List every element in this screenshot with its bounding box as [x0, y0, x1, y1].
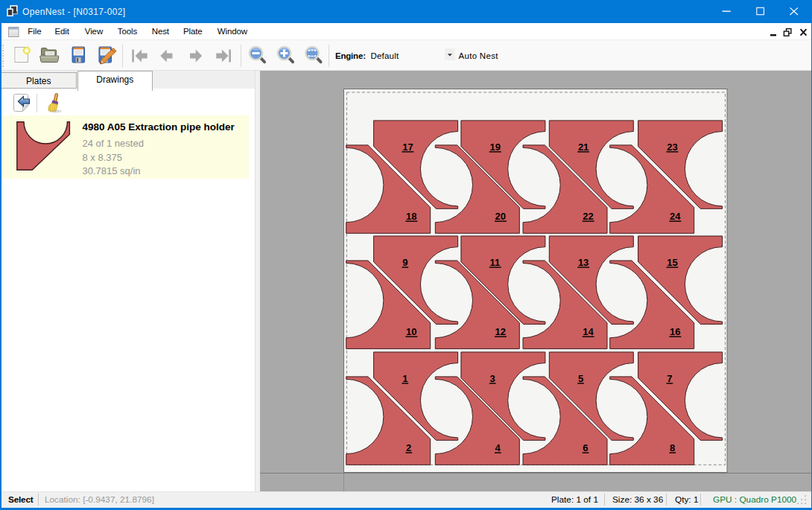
- svg-text:8: 8: [670, 442, 675, 453]
- svg-text:6: 6: [583, 442, 588, 453]
- svg-text:17: 17: [402, 141, 413, 153]
- svg-text:15: 15: [667, 257, 677, 268]
- svg-text:10: 10: [406, 326, 416, 337]
- svg-text:5: 5: [578, 373, 583, 384]
- svg-text:20: 20: [495, 211, 506, 222]
- svg-text:23: 23: [667, 141, 677, 153]
- svg-text:4: 4: [495, 442, 501, 453]
- svg-text:14: 14: [583, 326, 594, 337]
- svg-text:21: 21: [578, 141, 589, 153]
- svg-text:1: 1: [402, 373, 407, 384]
- svg-text:18: 18: [406, 211, 416, 222]
- svg-text:19: 19: [490, 141, 501, 153]
- svg-text:16: 16: [670, 326, 680, 337]
- svg-text:7: 7: [667, 373, 672, 384]
- svg-text:24: 24: [670, 211, 681, 222]
- svg-text:12: 12: [495, 326, 506, 337]
- svg-text:2: 2: [406, 442, 411, 453]
- svg-text:13: 13: [578, 257, 589, 268]
- svg-text:9: 9: [402, 257, 407, 268]
- svg-text:22: 22: [583, 211, 593, 222]
- svg-text:3: 3: [490, 373, 495, 384]
- svg-text:11: 11: [490, 257, 501, 268]
